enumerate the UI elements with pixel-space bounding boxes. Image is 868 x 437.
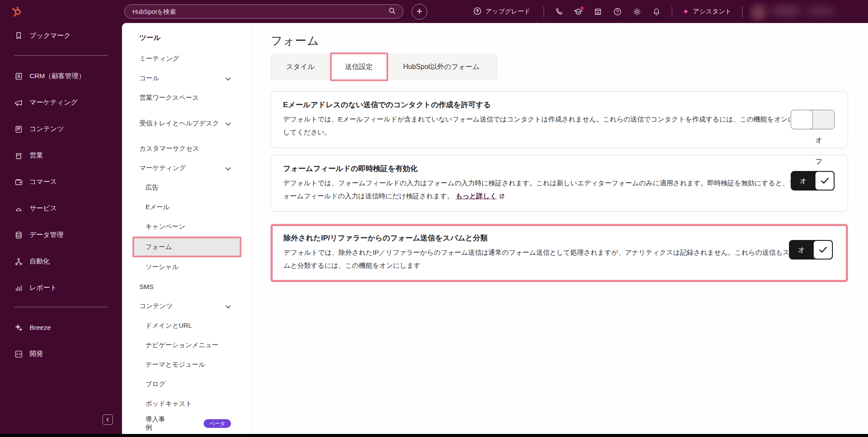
sidebar-collapse-button[interactable] <box>102 414 113 425</box>
bell-icon <box>652 7 661 16</box>
notifications-button[interactable] <box>647 3 667 20</box>
tools-item-sms[interactable]: SMS <box>122 277 252 296</box>
account-menu[interactable] <box>749 2 841 21</box>
sidebar-item-commerce[interactable]: コマース <box>0 169 122 195</box>
avatar <box>751 5 766 20</box>
create-button[interactable]: + <box>412 4 427 20</box>
toggle-instant-validation-on[interactable]: オ <box>791 171 835 191</box>
tools-item-social[interactable]: ソーシャル <box>122 257 252 277</box>
tools-item-case-studies[interactable]: 導入事例ベータ <box>122 414 252 433</box>
academy-button[interactable] <box>569 3 588 20</box>
tools-item-inbox-helpdesk[interactable]: 受信トレイとヘルプデスク <box>122 108 252 139</box>
sidebar-item-label: レポート <box>30 283 57 292</box>
tools-panel-title: ツール <box>122 33 252 46</box>
tab-style[interactable]: スタイル <box>271 55 330 79</box>
toggle-allow-contacts-without-email-off[interactable] <box>791 110 835 129</box>
tools-item-content[interactable]: コンテンツ <box>122 296 252 316</box>
sidebar-item-reports[interactable]: レポート <box>0 275 122 301</box>
toggle-spam-classification-on[interactable]: オ <box>789 240 833 260</box>
tools-item-campaigns[interactable]: キャンペーン <box>122 217 252 237</box>
sidebar-item-content[interactable]: コンテンツ <box>0 116 122 142</box>
marketplace-icon <box>594 7 602 16</box>
tab-submission-settings-active[interactable]: 送信設定 <box>330 53 388 81</box>
sidebar-item-crm[interactable]: CRM（顧客管理） <box>0 63 122 89</box>
sidebar-item-marketing[interactable]: マーケティング <box>0 89 122 116</box>
sidebar-item-sales[interactable]: 営業 <box>0 142 122 169</box>
setting-description: デフォルトでは、除外されたIP／リファラーからのフォーム送信は通常のフォーム送信… <box>284 246 798 272</box>
tools-item-podcast[interactable]: ポッドキャスト <box>122 394 252 414</box>
sidebar-divider <box>14 307 108 307</box>
topbar-divider <box>544 6 544 17</box>
setting-title: Eメールアドレスのない送信でのコンタクトの作成を許可する <box>283 100 835 110</box>
global-search[interactable] <box>124 4 403 19</box>
tools-item-domains-url[interactable]: ドメインとURL <box>122 316 252 335</box>
window-bottom-edge <box>0 434 868 437</box>
sidebar-divider <box>14 55 108 56</box>
gear-icon <box>633 7 641 16</box>
tab-non-hubspot-forms[interactable]: HubSpot以外のフォーム <box>388 55 495 79</box>
page-title: フォーム <box>271 33 868 49</box>
sidebar-item-label: ブックマーク <box>30 31 71 40</box>
sales-icon <box>14 151 23 160</box>
tools-item-sales-workspace[interactable]: 営業ワークスペース <box>122 88 252 108</box>
sidebar-item-automation[interactable]: 自動化 <box>0 248 122 275</box>
breeze-sparkle-icon <box>14 323 23 332</box>
content-shell: ツール ミーティング コール 営業ワークスペース 受信トレイとヘルプデスク カス… <box>122 23 868 434</box>
calls-button[interactable] <box>549 3 569 20</box>
setting-title: フォームフィールドの即時検証を有効化 <box>283 164 835 174</box>
sidebar-item-breeze[interactable]: Breeze <box>0 314 122 341</box>
search-icon <box>388 7 396 16</box>
tools-item-email[interactable]: Eメール <box>122 197 252 217</box>
sparkle-icon: ✦ <box>683 7 689 16</box>
chevron-left-icon <box>105 417 110 422</box>
hubspot-logo-icon[interactable] <box>10 6 23 18</box>
assistant-button[interactable]: ✦ アシスタント <box>683 7 732 16</box>
chevron-down-icon <box>225 120 231 127</box>
upgrade-label: アップグレード <box>485 7 531 16</box>
database-icon <box>14 231 23 240</box>
check-icon <box>821 177 829 184</box>
learn-more-link[interactable]: もっと詳しく <box>455 190 505 203</box>
beta-badge: ベータ <box>204 419 231 428</box>
help-icon <box>613 7 622 16</box>
setting-card-allow-contacts-without-email: Eメールアドレスのない送信でのコンタクトの作成を許可する デフォルトでは、Eメー… <box>271 91 848 148</box>
help-button[interactable] <box>608 3 627 20</box>
tools-item-meetings[interactable]: ミーティング <box>122 49 252 69</box>
toggle-knob <box>791 110 813 129</box>
topbar-divider <box>742 6 743 17</box>
tools-item-navigation-menu[interactable]: ナビゲーションメニュー <box>122 335 252 355</box>
toggle-off-label-fragment: オ <box>815 136 822 145</box>
tools-item-customer-success[interactable]: カスタマーサクセス <box>122 139 252 158</box>
sidebar-item-bookmarks[interactable]: ブックマーク <box>0 23 122 48</box>
upgrade-button[interactable]: アップグレード <box>473 7 531 16</box>
tools-item-forms-selected[interactable]: フォーム <box>132 237 241 257</box>
sidebar-item-data[interactable]: データ管理 <box>0 222 122 248</box>
assistant-label: アシスタント <box>693 7 732 16</box>
sidebar-item-label: コンテンツ <box>30 125 64 134</box>
tools-item-calls[interactable]: コール <box>122 69 252 88</box>
upgrade-icon <box>473 7 482 16</box>
phone-icon <box>554 7 563 16</box>
tools-panel: ツール ミーティング コール 営業ワークスペース 受信トレイとヘルプデスク カス… <box>122 23 252 434</box>
settings-button[interactable] <box>627 3 647 20</box>
tools-item-themes-modules[interactable]: テーマとモジュール <box>122 355 252 375</box>
sidebar-item-label: 自動化 <box>30 257 50 266</box>
sidebar-item-development[interactable]: 開発 <box>0 341 122 367</box>
marketplace-button[interactable] <box>588 3 608 20</box>
main-sidebar: ブックマーク CRM（顧客管理） マーケティング コンテンツ 営業 コマース サ… <box>0 23 122 437</box>
service-bell-icon <box>14 204 23 213</box>
search-input[interactable] <box>132 8 388 16</box>
tools-item-marketing[interactable]: マーケティング <box>122 158 252 178</box>
settings-tabbar: スタイル 送信設定 HubSpot以外のフォーム <box>271 54 497 79</box>
wallet-icon <box>14 178 23 187</box>
sidebar-item-label: Breeze <box>30 324 51 332</box>
workflow-icon <box>14 257 23 266</box>
sidebar-item-service[interactable]: サービス <box>0 195 122 222</box>
external-link-icon <box>499 194 505 199</box>
setting-card-instant-validation: フ フォームフィールドの即時検証を有効化 デフォルトでは、フォームフィールドの入… <box>271 155 848 212</box>
tools-item-blog[interactable]: ブログ <box>122 375 252 394</box>
toggle-knob <box>813 240 833 260</box>
sidebar-item-label: 開発 <box>30 349 43 358</box>
contacts-icon <box>14 72 23 81</box>
tools-item-ads[interactable]: 広告 <box>122 178 252 197</box>
